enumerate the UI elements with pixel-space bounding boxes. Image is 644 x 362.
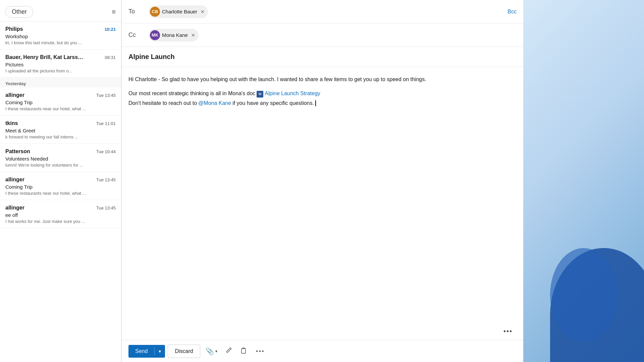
body-suffix-3: if you have any specific questions. xyxy=(232,99,314,108)
mail-preview: lumni! We're looking for volunteers for … xyxy=(5,163,116,168)
discard-button[interactable]: Discard xyxy=(168,345,200,358)
to-field-row: To CB Charlotte Bauer ✕ Bcc xyxy=(122,0,523,23)
list-item[interactable]: Bauer, Henry Brill, Kat Larsson, 08:31 P… xyxy=(0,50,121,78)
other-tab[interactable]: Other xyxy=(5,6,33,18)
mail-subject: ee off xyxy=(5,212,116,218)
attachment-dropdown-icon: ▾ xyxy=(215,349,217,354)
body-paragraph-2: Our most recent strategic thinking is al… xyxy=(128,89,517,98)
compose-body[interactable]: Hi Charlotte - So glad to have you helpi… xyxy=(122,67,523,321)
toolbar-more-button[interactable]: ••• xyxy=(252,346,269,357)
compose-toolbar: Send ▾ Discard 📎 ▾ ••• xyxy=(122,340,523,362)
alpine-launch-strategy-link[interactable]: Alpine Launch Strategy xyxy=(265,89,320,98)
cc-field-row: Cc MK Mona Kane ✕ xyxy=(122,23,523,47)
mail-subject: Meet & Greet xyxy=(5,128,116,133)
mail-preview: I these restaurants near our hotel, what… xyxy=(5,106,116,111)
formatting-button[interactable] xyxy=(223,344,235,358)
body-prefix-3: Don't hesitate to reach out to xyxy=(128,99,197,108)
send-button-group[interactable]: Send ▾ xyxy=(128,345,165,358)
subject-row xyxy=(122,47,523,67)
mail-time: Tue 13:45 xyxy=(96,93,116,98)
blue-decoration-shape-2 xyxy=(550,248,617,342)
mail-sender: allinger xyxy=(5,92,24,98)
sidebar-header: Other ≡ xyxy=(0,0,121,21)
list-item[interactable]: allinger Tue 13:45 Coming Trip I these r… xyxy=(0,87,121,116)
filter-icon[interactable]: ≡ xyxy=(112,8,116,16)
more-options-button[interactable]: ••• xyxy=(499,325,517,338)
mona-kane-mention[interactable]: @Mona Kane xyxy=(198,99,231,108)
mail-sender: allinger xyxy=(5,177,24,183)
to-recipient-name: Charlotte Bauer xyxy=(162,9,197,14)
send-dropdown-button[interactable]: ▾ xyxy=(155,345,165,357)
mail-subject: Volunteers Needed xyxy=(5,156,116,162)
attachment-button[interactable]: 📎 ▾ xyxy=(203,345,220,358)
charlotte-avatar: CB xyxy=(150,7,160,17)
mail-list: Philips 10:21 Workshop tri, I know this … xyxy=(0,21,121,362)
to-label: To xyxy=(128,8,149,15)
mail-subject: Coming Trip xyxy=(5,100,116,105)
list-item[interactable]: tkins Tue 11:01 Meet & Greet k forward t… xyxy=(0,116,121,144)
mail-time: Tue 13:45 xyxy=(96,177,116,182)
mail-preview: I these restaurants near our hotel, what… xyxy=(5,191,116,196)
mona-avatar: MK xyxy=(150,30,160,40)
clipboard-button[interactable] xyxy=(237,344,250,358)
cc-recipient-chip[interactable]: MK Mona Kane ✕ xyxy=(149,29,199,42)
mail-preview: tri, I know this last minute, but do you… xyxy=(5,40,116,45)
list-item[interactable]: allinger Tue 13:45 Coming Trip I these r… xyxy=(0,172,121,200)
right-panel xyxy=(523,0,644,362)
to-recipients: CB Charlotte Bauer ✕ xyxy=(149,5,507,18)
to-recipient-chip[interactable]: CB Charlotte Bauer ✕ xyxy=(149,5,208,18)
word-icon: W xyxy=(257,91,263,98)
list-item[interactable]: Patterson Tue 10:44 Volunteers Needed lu… xyxy=(0,144,121,172)
compose-panel: To CB Charlotte Bauer ✕ Bcc Cc MK Mona K… xyxy=(121,0,523,362)
mail-subject: Coming Trip xyxy=(5,184,116,190)
mail-time: 10:21 xyxy=(105,27,116,32)
mail-preview: I hat works for me. Just make sure you .… xyxy=(5,219,116,224)
text-cursor xyxy=(315,100,316,106)
more-options-row: ••• xyxy=(122,321,523,340)
mail-sender: allinger xyxy=(5,205,24,211)
cc-recipients: MK Mona Kane ✕ xyxy=(149,29,517,42)
cc-recipient-name: Mona Kane xyxy=(162,32,188,38)
mail-time: Tue 13:45 xyxy=(96,205,116,210)
pen-icon xyxy=(225,347,232,355)
mail-time: 08:31 xyxy=(105,55,116,60)
mail-sender: tkins xyxy=(5,120,18,126)
remove-cc-recipient-button[interactable]: ✕ xyxy=(191,33,195,38)
attachment-icon: 📎 xyxy=(206,347,214,355)
send-button[interactable]: Send xyxy=(128,345,154,358)
body-paragraph-1: Hi Charlotte - So glad to have you helpi… xyxy=(128,75,517,84)
list-item[interactable]: allinger Tue 13:45 ee off I hat works fo… xyxy=(0,200,121,228)
word-doc-icon: W xyxy=(257,89,263,98)
cc-label: Cc xyxy=(128,32,149,39)
mail-sender: Patterson xyxy=(5,148,30,155)
mail-sender: Bauer, Henry Brill, Kat Larsson, xyxy=(5,54,86,60)
clipboard-icon xyxy=(240,347,247,355)
mail-subject: Pictures xyxy=(5,62,116,67)
mail-time: Tue 10:44 xyxy=(96,149,116,154)
mail-sender: Philips xyxy=(5,26,23,32)
mail-subject: Workshop xyxy=(5,34,116,39)
mail-preview: I uploaded all the pictures from o... xyxy=(5,68,116,73)
bcc-link[interactable]: Bcc xyxy=(507,9,517,15)
subject-input[interactable] xyxy=(128,53,517,61)
svg-rect-0 xyxy=(241,349,246,353)
remove-to-recipient-button[interactable]: ✕ xyxy=(201,9,205,14)
body-paragraph-3: Don't hesitate to reach out to @Mona Kan… xyxy=(128,99,517,108)
mail-time: Tue 11:01 xyxy=(96,121,116,126)
body-prefix-2: Our most recent strategic thinking is al… xyxy=(128,89,255,98)
mail-sidebar: Other ≡ Philips 10:21 Workshop tri, I kn… xyxy=(0,0,121,362)
day-separator: Yesterday xyxy=(0,78,121,87)
list-item[interactable]: Philips 10:21 Workshop tri, I know this … xyxy=(0,21,121,50)
mail-preview: k forward to meeting our fall interns ..… xyxy=(5,134,116,139)
